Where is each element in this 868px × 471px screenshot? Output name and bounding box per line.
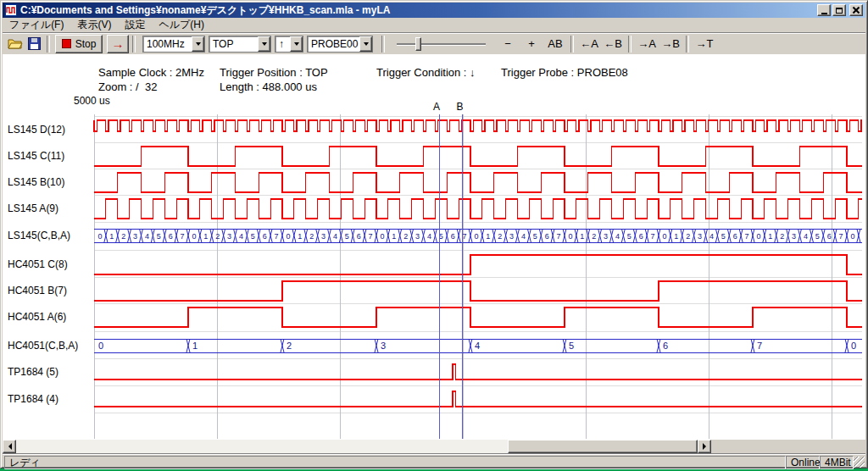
app-icon: [5, 4, 17, 16]
trigger-edge-value: ↑: [275, 38, 290, 50]
menu-item-view[interactable]: 表示(V): [70, 17, 118, 33]
toolbar-separator: [47, 36, 50, 53]
length-label: Length : 488.000 us: [220, 80, 317, 93]
close-button[interactable]: [849, 4, 863, 16]
zoom-in-button[interactable]: +: [520, 35, 543, 53]
goto-trigger-button[interactable]: →T: [693, 35, 716, 53]
scroll-right-button[interactable]: [698, 440, 711, 453]
status-message: レディ: [4, 456, 786, 469]
horizontal-scrollbar[interactable]: [3, 440, 711, 453]
maximize-icon: [836, 8, 843, 14]
toolbar-separator: [381, 36, 385, 53]
chevron-down-icon[interactable]: [258, 36, 270, 52]
maximize-button[interactable]: [832, 4, 846, 16]
status-memory-text: 4MBit: [825, 457, 851, 468]
trigger-edge-select[interactable]: ↑: [275, 36, 303, 53]
trigger-position-label: Trigger Position : TOP: [220, 66, 328, 79]
arrow-right-icon: →: [112, 36, 125, 51]
toolbar: Stop → 100MHz TOP ↑ PROBE00 − + AB: [3, 32, 865, 54]
stop-square-icon: [62, 39, 71, 48]
probe-select-value: PROBE00: [308, 38, 359, 50]
clock-select[interactable]: 100MHz: [142, 36, 205, 53]
scroll-left-button[interactable]: [3, 440, 16, 453]
status-online: Online: [786, 456, 820, 469]
status-online-text: Online: [791, 457, 821, 468]
goto-b-right-button[interactable]: →B: [659, 35, 682, 53]
folder-icon: [8, 38, 23, 50]
stop-button-label: Stop: [75, 38, 97, 50]
stop-button[interactable]: Stop: [55, 35, 103, 53]
chevron-down-icon[interactable]: [359, 36, 372, 52]
clock-select-value: 100MHz: [143, 38, 192, 50]
window-title: C:¥Documents and Settings¥noname¥デスクトップ¥…: [20, 3, 815, 18]
arrow-left-icon: [5, 443, 12, 450]
minimize-icon: [821, 13, 827, 14]
probe-select[interactable]: PROBE00: [307, 36, 373, 53]
goto-a-right-button[interactable]: →A: [635, 35, 659, 53]
ab-button[interactable]: AB: [543, 35, 567, 53]
chevron-down-icon[interactable]: [192, 36, 204, 52]
toolbar-separator: [570, 36, 574, 53]
trigger-position-value: TOP: [209, 38, 258, 50]
scrollbar-filler: [711, 440, 865, 453]
zoom-label: Zoom : / 32: [98, 80, 157, 93]
sample-clock-label: Sample Clock : 2MHz: [98, 66, 204, 79]
scrollbar-thumb[interactable]: [508, 440, 698, 453]
toolbar-separator: [628, 36, 632, 53]
menubar: ファイル(F) 表示(V) 設定 ヘルプ(H): [3, 18, 865, 32]
menu-item-help[interactable]: ヘルプ(H): [152, 17, 211, 33]
toolbar-separator: [686, 36, 689, 53]
save-button[interactable]: [25, 35, 43, 53]
trigger-position-select[interactable]: TOP: [209, 36, 271, 53]
waveform-panel: [3, 54, 865, 440]
trigger-condition-label: Trigger Condition : ↓: [376, 66, 476, 79]
arrow-right-icon: [703, 443, 709, 450]
goto-b-left-button[interactable]: ←B: [601, 35, 625, 53]
run-button[interactable]: →: [107, 35, 129, 53]
toolbar-separator: [132, 36, 136, 53]
menu-item-settings[interactable]: 設定: [118, 17, 152, 33]
goto-a-left-button[interactable]: ←A: [577, 35, 601, 53]
statusbar: レディ Online 4MBit: [3, 453, 865, 468]
trigger-probe-label: Trigger Probe : PROBE08: [501, 66, 628, 79]
close-icon: [853, 7, 860, 14]
zoom-slider[interactable]: [397, 36, 486, 53]
chevron-down-icon[interactable]: [290, 36, 303, 52]
zoom-out-button[interactable]: −: [496, 35, 520, 53]
titlebar: C:¥Documents and Settings¥noname¥デスクトップ¥…: [3, 3, 865, 18]
status-ready-text: レディ: [9, 456, 41, 470]
status-memory: 4MBit: [820, 456, 854, 469]
resize-grip[interactable]: [854, 457, 865, 468]
menu-item-file[interactable]: ファイル(F): [3, 17, 70, 33]
floppy-icon: [28, 37, 41, 50]
app-window: C:¥Documents and Settings¥noname¥デスクトップ¥…: [0, 0, 868, 468]
zoom-slider-track: [397, 43, 486, 45]
time-scale-label: 5000 us: [74, 95, 110, 107]
minimize-button[interactable]: [817, 4, 831, 16]
zoom-slider-thumb[interactable]: [415, 37, 421, 51]
open-button[interactable]: [6, 35, 25, 53]
